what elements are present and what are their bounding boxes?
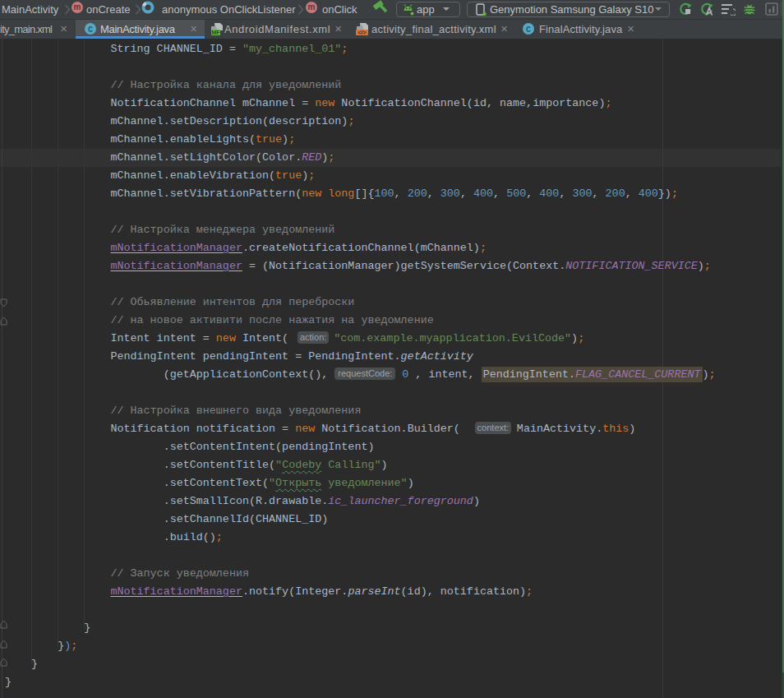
svg-text:C: C: [88, 25, 93, 35]
svg-text:C: C: [526, 25, 531, 35]
svg-text:</>: </>: [357, 30, 366, 35]
svg-text:MF: MF: [211, 30, 220, 35]
